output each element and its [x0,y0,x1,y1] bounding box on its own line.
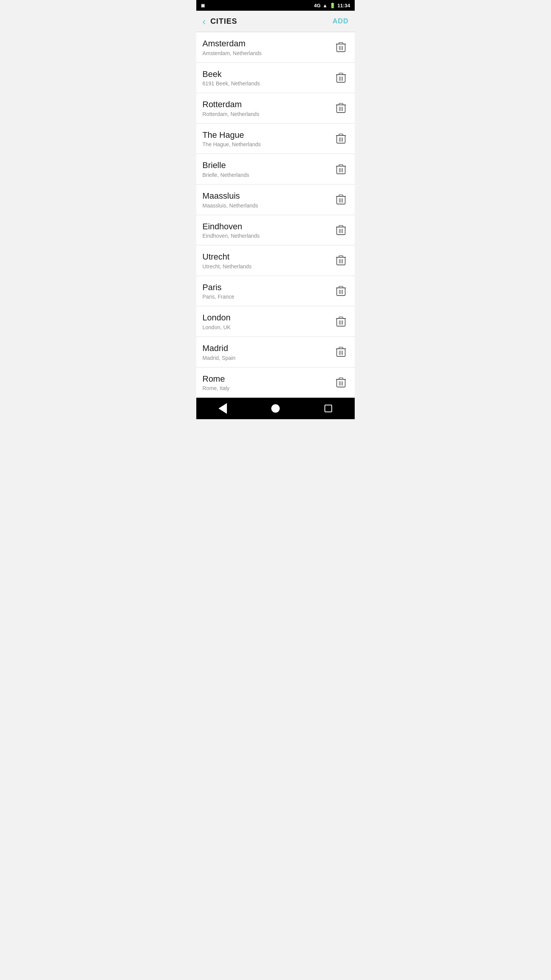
page-title: CITIES [210,17,333,26]
trash-icon [336,103,346,113]
delete-city-button[interactable] [333,162,349,177]
recents-nav-icon [324,405,332,412]
svg-rect-26 [339,165,343,166]
city-info: BrielleBrielle, Netherlands [202,160,333,178]
city-info: RotterdamRotterdam, Netherlands [202,99,333,117]
list-item: Beek6191 Beek, Netherlands [196,63,355,93]
delete-city-button[interactable] [333,70,349,85]
trash-icon [336,286,346,296]
list-item: RomeRome, Italy [196,368,355,398]
delete-city-button[interactable] [333,39,349,55]
back-nav-icon [218,403,227,414]
city-info: RomeRome, Italy [202,374,333,392]
list-item: RotterdamRotterdam, Netherlands [196,93,355,124]
city-subtitle: Amsterdam, Netherlands [202,50,333,56]
trash-icon [336,225,346,235]
delete-city-button[interactable] [333,283,349,299]
notification-icon: ▣ [201,3,205,8]
trash-icon [336,164,346,175]
city-name: London [202,312,333,323]
signal-bars: ▲ [323,3,328,8]
svg-rect-8 [339,73,343,75]
city-subtitle: Rotterdam, Netherlands [202,111,333,117]
trash-icon [336,316,346,327]
city-info: EindhovenEindhoven, Netherlands [202,221,333,239]
svg-rect-68 [339,378,343,379]
city-subtitle: Paris, France [202,294,333,300]
svg-rect-44 [339,256,343,257]
svg-rect-20 [339,134,343,136]
trash-icon [336,42,346,52]
svg-rect-50 [339,286,343,288]
city-subtitle: The Hague, Netherlands [202,141,333,147]
city-info: MaassluisMaassluis, Netherlands [202,191,333,209]
city-name: Rome [202,374,333,385]
list-item: EindhovenEindhoven, Netherlands [196,215,355,246]
city-subtitle: Rome, Italy [202,385,333,391]
list-item: AmsterdamAmsterdam, Netherlands [196,32,355,63]
city-info: LondonLondon, UK [202,312,333,330]
trash-icon [336,377,346,388]
city-subtitle: Utrecht, Netherlands [202,263,333,270]
delete-city-button[interactable] [333,375,349,390]
delete-city-button[interactable] [333,314,349,329]
city-subtitle: Madrid, Spain [202,355,333,361]
delete-city-button[interactable] [333,192,349,207]
trash-icon [336,346,346,357]
svg-rect-38 [339,225,343,227]
recents-nav-button[interactable] [319,399,338,418]
city-subtitle: London, UK [202,324,333,330]
city-info: MadridMadrid, Spain [202,343,333,361]
city-name: Brielle [202,160,333,171]
back-button[interactable]: ‹ [202,15,209,28]
home-nav-button[interactable] [266,399,285,418]
city-name: Amsterdam [202,38,333,49]
city-subtitle: 6191 Beek, Netherlands [202,80,333,87]
list-item: The HagueThe Hague, Netherlands [196,124,355,154]
list-item: BrielleBrielle, Netherlands [196,154,355,185]
delete-city-button[interactable] [333,344,349,359]
svg-rect-62 [339,347,343,349]
top-nav: ‹ CITIES ADD [196,11,355,32]
city-info: Beek6191 Beek, Netherlands [202,69,333,87]
list-item: MaassluisMaassluis, Netherlands [196,185,355,215]
list-item: UtrechtUtrecht, Netherlands [196,245,355,276]
clock: 11:34 [337,3,350,8]
trash-icon [336,72,346,83]
city-info: The HagueThe Hague, Netherlands [202,130,333,148]
city-info: AmsterdamAmsterdam, Netherlands [202,38,333,56]
city-name: The Hague [202,130,333,141]
city-info: UtrechtUtrecht, Netherlands [202,252,333,270]
city-name: Madrid [202,343,333,354]
svg-rect-14 [339,103,343,105]
add-button[interactable]: ADD [333,17,349,25]
city-info: ParisParis, France [202,282,333,300]
svg-rect-32 [339,195,343,196]
trash-icon [336,133,346,144]
delete-city-button[interactable] [333,253,349,268]
list-item: LondonLondon, UK [196,306,355,337]
city-name: Beek [202,69,333,80]
city-name: Paris [202,282,333,293]
status-bar: ▣ 4G ▲ 🔋 11:34 [196,0,355,11]
delete-city-button[interactable] [333,222,349,238]
back-nav-button[interactable] [213,399,232,418]
trash-icon [336,255,346,266]
battery-icon: 🔋 [329,3,336,8]
city-name: Utrecht [202,252,333,263]
delete-city-button[interactable] [333,131,349,146]
city-subtitle: Eindhoven, Netherlands [202,233,333,239]
city-subtitle: Maassluis, Netherlands [202,203,333,209]
svg-rect-2 [339,42,343,44]
home-nav-icon [271,404,280,413]
delete-city-button[interactable] [333,100,349,116]
city-name: Eindhoven [202,221,333,232]
city-subtitle: Brielle, Netherlands [202,172,333,178]
list-item: MadridMadrid, Spain [196,337,355,368]
list-item: ParisParis, France [196,276,355,307]
svg-rect-56 [339,317,343,318]
network-type: 4G [314,3,321,8]
city-list: AmsterdamAmsterdam, Netherlands Beek6191… [196,32,355,398]
trash-icon [336,194,346,205]
city-name: Maassluis [202,191,333,202]
